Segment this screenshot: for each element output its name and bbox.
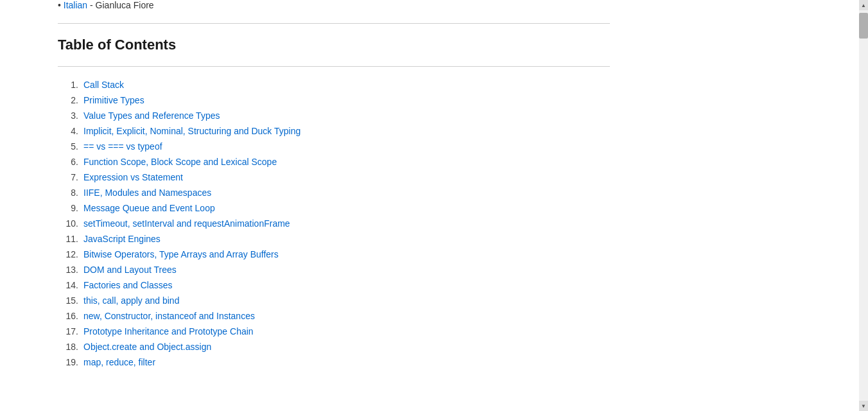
toc-item-number: 1. — [58, 80, 83, 90]
toc-list-item: 1.Call Stack — [58, 80, 859, 90]
toc-item-link[interactable]: == vs === vs typeof — [83, 141, 162, 152]
toc-item-link[interactable]: Implicit, Explicit, Nominal, Structuring… — [83, 126, 300, 136]
toc-item-link[interactable]: Expression vs Statement — [83, 172, 183, 182]
toc-item-link[interactable]: Object.create and Object.assign — [83, 342, 211, 352]
toc-item-number: 11. — [58, 234, 83, 244]
toc-item-link[interactable]: Function Scope, Block Scope and Lexical … — [83, 157, 277, 167]
toc-list-item: 9.Message Queue and Event Loop — [58, 203, 859, 213]
toc-item-number: 7. — [58, 172, 83, 182]
toc-item-number: 6. — [58, 157, 83, 167]
toc-list-item: 11.JavaScript Engines — [58, 234, 859, 244]
toc-list-item: 10.setTimeout, setInterval and requestAn… — [58, 218, 859, 229]
toc-item-number: 4. — [58, 126, 83, 136]
toc-item-number: 9. — [58, 203, 83, 213]
toc-list-item: 7.Expression vs Statement — [58, 172, 859, 182]
toc-list-item: 18.Object.create and Object.assign — [58, 342, 859, 352]
toc-item-link[interactable]: Bitwise Operators, Type Arrays and Array… — [83, 249, 279, 259]
toc-list: 1.Call Stack2.Primitive Types3.Value Typ… — [58, 80, 859, 367]
toc-item-number: 15. — [58, 295, 83, 306]
toc-list-item: 19.map, reduce, filter — [58, 357, 859, 367]
bullet: • — [58, 0, 64, 10]
toc-item-number: 16. — [58, 311, 83, 321]
toc-item-number: 3. — [58, 110, 83, 121]
scrollbar-track[interactable]: ▲ ▼ — [859, 0, 868, 411]
toc-divider — [58, 66, 610, 67]
toc-item-number: 12. — [58, 249, 83, 259]
scrollbar-arrow-up[interactable]: ▲ — [859, 0, 868, 10]
breadcrumb-author: - Gianluca Fiore — [90, 0, 154, 10]
toc-item-link[interactable]: Prototype Inheritance and Prototype Chai… — [83, 326, 254, 337]
toc-list-item: 3.Value Types and Reference Types — [58, 110, 859, 121]
toc-list-item: 16.new, Constructor, instanceof and Inst… — [58, 311, 859, 321]
scrollbar-thumb[interactable] — [859, 13, 868, 39]
toc-item-link[interactable]: setTimeout, setInterval and requestAnima… — [83, 218, 290, 229]
toc-item-number: 2. — [58, 95, 83, 105]
toc-item-number: 8. — [58, 188, 83, 198]
toc-list-item: 5.== vs === vs typeof — [58, 141, 859, 152]
toc-item-number: 19. — [58, 357, 83, 367]
breadcrumb-link[interactable]: Italian — [64, 0, 87, 10]
toc-item-link[interactable]: JavaScript Engines — [83, 234, 161, 244]
toc-list-item: 2.Primitive Types — [58, 95, 859, 105]
toc-item-link[interactable]: new, Constructor, instanceof and Instanc… — [83, 311, 255, 321]
toc-item-link[interactable]: this, call, apply and bind — [83, 295, 179, 306]
scrollbar-arrow-down[interactable]: ▼ — [859, 401, 868, 411]
toc-list-item: 17.Prototype Inheritance and Prototype C… — [58, 326, 859, 337]
toc-item-number: 18. — [58, 342, 83, 352]
toc-item-number: 10. — [58, 218, 83, 229]
toc-item-number: 13. — [58, 265, 83, 275]
toc-list-item: 15.this, call, apply and bind — [58, 295, 859, 306]
toc-item-link[interactable]: Message Queue and Event Loop — [83, 203, 215, 213]
breadcrumb-item: • Italian - Gianluca Fiore — [58, 0, 859, 17]
toc-list-item: 14.Factories and Classes — [58, 280, 859, 290]
toc-item-link[interactable]: Primitive Types — [83, 95, 144, 105]
toc-item-number: 5. — [58, 141, 83, 152]
toc-list-item: 12.Bitwise Operators, Type Arrays and Ar… — [58, 249, 859, 259]
toc-item-link[interactable]: Value Types and Reference Types — [83, 110, 220, 121]
toc-item-link[interactable]: Call Stack — [83, 80, 124, 90]
toc-item-number: 14. — [58, 280, 83, 290]
toc-item-link[interactable]: map, reduce, filter — [83, 357, 155, 367]
top-divider — [58, 23, 610, 24]
toc-list-item: 4.Implicit, Explicit, Nominal, Structuri… — [58, 126, 859, 136]
toc-title: Table of Contents — [58, 37, 859, 53]
toc-item-link[interactable]: IIFE, Modules and Namespaces — [83, 188, 211, 198]
toc-item-link[interactable]: Factories and Classes — [83, 280, 173, 290]
toc-item-link[interactable]: DOM and Layout Trees — [83, 265, 177, 275]
toc-item-number: 17. — [58, 326, 83, 337]
toc-list-item: 13.DOM and Layout Trees — [58, 265, 859, 275]
toc-list-item: 6.Function Scope, Block Scope and Lexica… — [58, 157, 859, 167]
main-content[interactable]: • Italian - Gianluca Fiore Table of Cont… — [0, 0, 859, 411]
toc-list-item: 8.IIFE, Modules and Namespaces — [58, 188, 859, 198]
